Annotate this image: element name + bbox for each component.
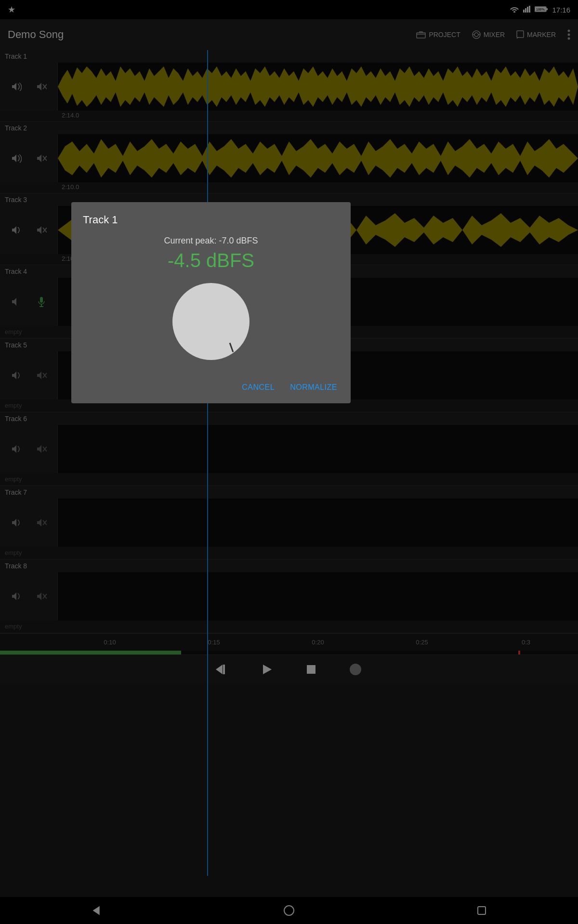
normalize-knob[interactable] — [172, 283, 250, 360]
knob-indicator — [229, 343, 234, 352]
modal-overlay — [0, 0, 578, 924]
cancel-button[interactable]: CANCEL — [240, 379, 276, 396]
dialog-peak-label: Current peak: -7.0 dBFS — [83, 236, 339, 246]
dialog-knob-area — [83, 283, 339, 360]
dialog-value: -4.5 dBFS — [83, 250, 339, 271]
normalize-button[interactable]: NORMALIZE — [288, 379, 339, 396]
normalize-dialog: Track 1 Current peak: -7.0 dBFS -4.5 dBF… — [71, 202, 351, 403]
dialog-title: Track 1 — [83, 214, 339, 226]
dialog-actions: CANCEL NORMALIZE — [83, 375, 339, 396]
